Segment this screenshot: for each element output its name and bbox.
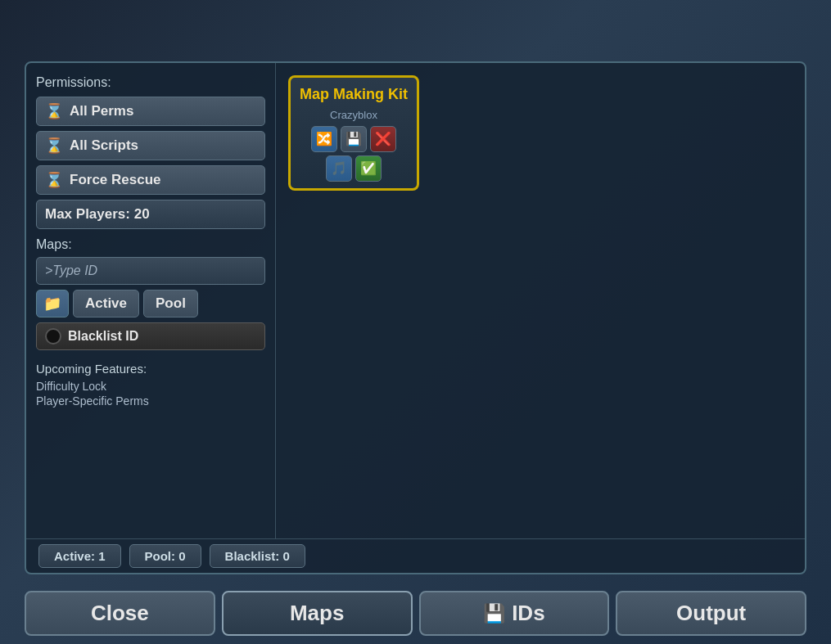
output-button[interactable]: Output xyxy=(616,591,806,636)
map-shuffle-button[interactable]: 🔀 xyxy=(311,126,337,152)
force-rescue-label: Force Rescue xyxy=(70,172,161,188)
maps-label-btn: Maps xyxy=(290,601,344,626)
map-music-button[interactable]: 🎵 xyxy=(326,155,352,182)
blacklist-label: Blacklist ID xyxy=(68,329,138,344)
maps-button[interactable]: Maps xyxy=(222,591,413,636)
force-rescue-button[interactable]: ⌛ Force Rescue xyxy=(36,165,265,195)
sidebar: Permissions: ⌛ All Perms ⌛ All Scripts ⌛… xyxy=(26,63,276,538)
status-pool: Pool: 0 xyxy=(129,544,201,568)
hourglass-icon-2: ⌛ xyxy=(45,137,63,155)
tab-active-button[interactable]: Active xyxy=(73,290,139,317)
content-area: Permissions: ⌛ All Perms ⌛ All Scripts ⌛… xyxy=(26,63,805,538)
map-remove-button[interactable]: ❌ xyxy=(370,126,396,152)
max-players-display: Max Players: 20 xyxy=(36,200,265,229)
black-circle-icon xyxy=(45,328,61,345)
ids-button[interactable]: 💾 IDs xyxy=(419,591,610,636)
map-card-title: Map Making Kit xyxy=(300,86,408,104)
maps-tabs: 📁 Active Pool xyxy=(36,290,265,317)
folder-icon-button[interactable]: 📁 xyxy=(36,290,69,317)
type-id-input[interactable]: >Type ID xyxy=(36,257,265,285)
upcoming-section: Upcoming Features: Difficulty Lock Playe… xyxy=(36,362,265,408)
upcoming-item-2: Player-Specific Perms xyxy=(36,394,265,408)
all-perms-button[interactable]: ⌛ All Perms xyxy=(36,97,265,126)
tab-pool-button[interactable]: Pool xyxy=(143,290,198,317)
permissions-label: Permissions: xyxy=(36,75,265,90)
main-container: Permissions: ⌛ All Perms ⌛ All Scripts ⌛… xyxy=(25,61,806,574)
all-perms-label: All Perms xyxy=(70,103,133,119)
map-save-button[interactable]: 💾 xyxy=(341,126,367,152)
output-label: Output xyxy=(676,601,746,626)
maps-label: Maps: xyxy=(36,237,265,252)
upcoming-item-1: Difficulty Lock xyxy=(36,379,265,394)
map-card[interactable]: Map Making Kit Crazyblox 🔀 💾 ❌ 🎵 ✅ xyxy=(288,75,419,191)
all-scripts-button[interactable]: ⌛ All Scripts xyxy=(36,131,265,160)
upcoming-label: Upcoming Features: xyxy=(36,362,265,376)
status-active: Active: 1 xyxy=(38,544,121,568)
ids-label: IDs xyxy=(512,601,544,626)
hourglass-icon-3: ⌛ xyxy=(45,171,63,189)
all-scripts-label: All Scripts xyxy=(70,137,138,154)
map-card-author: Crazyblox xyxy=(330,109,377,121)
status-bar: Active: 1 Pool: 0 Blacklist: 0 xyxy=(26,538,805,573)
close-button[interactable]: Close xyxy=(25,591,215,636)
map-check-button[interactable]: ✅ xyxy=(355,155,382,182)
close-label: Close xyxy=(91,601,149,626)
save-icon: 💾 xyxy=(483,603,505,624)
hourglass-icon-1: ⌛ xyxy=(45,102,63,120)
map-card-buttons: 🔀 💾 ❌ 🎵 ✅ xyxy=(297,126,410,182)
blacklist-button[interactable]: Blacklist ID xyxy=(36,322,265,350)
bottom-bar: Close Maps 💾 IDs Output xyxy=(25,583,806,644)
map-area: Map Making Kit Crazyblox 🔀 💾 ❌ 🎵 ✅ xyxy=(276,63,805,538)
status-blacklist: Blacklist: 0 xyxy=(210,544,305,568)
